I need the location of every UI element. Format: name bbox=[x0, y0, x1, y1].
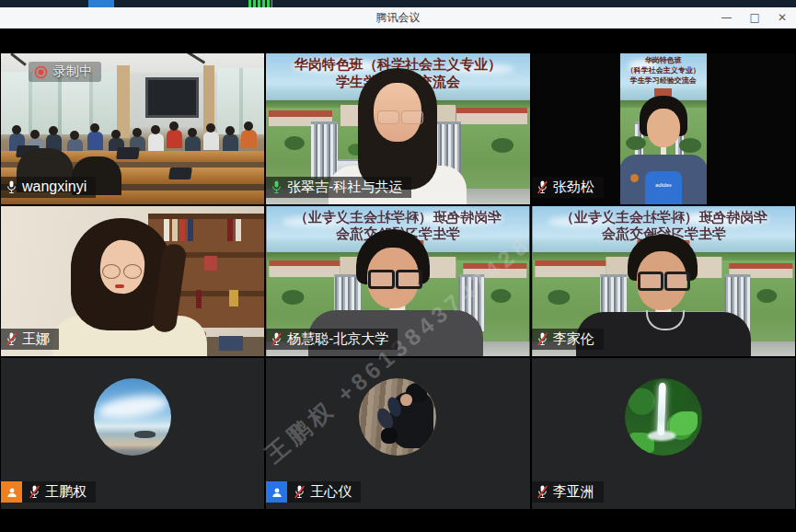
ceiling-light bbox=[187, 53, 205, 64]
participant-figure bbox=[32, 218, 225, 356]
student-figure bbox=[167, 130, 182, 148]
participant-name-label: 王娜 bbox=[1, 329, 59, 350]
participant-name: 李家伦 bbox=[553, 330, 594, 348]
participant-name-label: 张劲松 bbox=[532, 177, 604, 198]
avatar bbox=[625, 378, 702, 456]
mic-muted-icon bbox=[536, 179, 548, 195]
tree bbox=[491, 289, 512, 303]
laptop bbox=[168, 168, 192, 179]
participant-name-label: 王鹏权 bbox=[1, 481, 96, 503]
participant-name-label: wangxinyi bbox=[1, 177, 96, 198]
face bbox=[647, 109, 680, 147]
classroom-windows-right bbox=[217, 68, 265, 134]
participant-name-label: 李家伦 bbox=[532, 329, 604, 350]
participant-name-label: 王心仪 bbox=[266, 481, 361, 503]
student-figure bbox=[203, 132, 219, 150]
participant-name: 王心仪 bbox=[310, 483, 352, 501]
student-figure bbox=[87, 132, 103, 150]
waterfall bbox=[657, 382, 666, 434]
banner-line-2: （科学社会主义专业） bbox=[620, 66, 707, 76]
window-title: 腾讯会议 bbox=[0, 7, 796, 28]
taskbar-blue-fragment bbox=[88, 0, 114, 7]
meeting-banner: 华岗特色班 （科学社会主义专业） 学生学习经验交流会 bbox=[620, 56, 707, 86]
minimize-button[interactable]: — bbox=[721, 7, 733, 28]
video-tile-liyazhou[interactable]: 李亚洲 bbox=[532, 358, 795, 509]
mic-muted-icon bbox=[29, 484, 40, 500]
shelf-item bbox=[229, 290, 238, 306]
tree bbox=[756, 289, 777, 303]
participant-name-label: 杨慧聪-北京大学 bbox=[266, 329, 398, 350]
banner-line-1: 华岗特色班（科学社会主义专业） bbox=[266, 209, 529, 226]
book bbox=[236, 219, 241, 241]
tree bbox=[491, 138, 513, 153]
recording-label: 录制中 bbox=[53, 64, 92, 80]
laptop bbox=[116, 147, 140, 159]
portrait-video: 华岗特色班 （科学社会主义专业） 学生学习经验交流会 adidas bbox=[620, 53, 707, 204]
building-roof bbox=[269, 110, 332, 117]
participant-name: 李亚洲 bbox=[553, 483, 594, 501]
mic-muted-icon bbox=[6, 331, 17, 347]
banner-line-1: 华岗特色班 bbox=[620, 56, 707, 66]
video-grid: 录制中 wangxinyi bbox=[0, 29, 796, 532]
glasses bbox=[401, 110, 423, 124]
desktop-taskbar-strip bbox=[0, 0, 796, 7]
student-figure bbox=[223, 134, 238, 153]
banner-line-1: 华岗特色班（科学社会主义专业） bbox=[532, 209, 795, 226]
tree bbox=[283, 290, 305, 305]
shirt-brand-text: adidas bbox=[655, 182, 672, 188]
close-button[interactable]: ✕ bbox=[778, 7, 787, 28]
cohost-badge-icon bbox=[266, 481, 287, 503]
lips bbox=[115, 284, 124, 288]
tshirt: adidas bbox=[645, 171, 682, 204]
fern bbox=[670, 411, 698, 436]
taskbar-green-fragment bbox=[248, 0, 272, 7]
glasses bbox=[638, 272, 663, 291]
participant-figure: adidas bbox=[620, 96, 707, 204]
participant-name: wangxinyi bbox=[22, 179, 87, 195]
record-icon bbox=[34, 65, 48, 79]
maximize-button[interactable]: □ bbox=[750, 7, 760, 28]
participant-name: 王娜 bbox=[22, 330, 50, 348]
avatar bbox=[359, 378, 436, 456]
video-tile-wangna[interactable]: 王娜 bbox=[1, 206, 264, 357]
mic-speaking-icon bbox=[271, 179, 283, 195]
classroom-screen bbox=[145, 77, 198, 118]
ceiling-light bbox=[10, 53, 27, 66]
mic-muted-icon bbox=[536, 484, 548, 500]
video-tile-yanghuicong[interactable]: 华岗特色班（科学社会主义专业） 学生学习经验交流会 杨慧聪-北京大学 bbox=[266, 206, 529, 357]
waterfall-pool bbox=[648, 431, 675, 440]
video-tile-zhangcuiji[interactable]: 华岗特色班（科学社会主义专业） 学生学习经验交流会 张翠吉-科社与共运 bbox=[266, 53, 529, 204]
video-tile-lijialun[interactable]: 华岗特色班（科学社会主义专业） 学生学习经验交流会 李家伦 bbox=[532, 206, 795, 357]
participant-name: 王鹏权 bbox=[45, 483, 87, 501]
student-figure bbox=[241, 130, 257, 148]
host-badge-icon bbox=[1, 481, 22, 503]
video-tile-zhangjinsong[interactable]: 华岗特色班 （科学社会主义专业） 学生学习经验交流会 adidas 张劲松 bbox=[532, 53, 795, 204]
participant-name-label: 张翠吉-科社与共运 bbox=[266, 177, 411, 198]
participant-name-label: 李亚洲 bbox=[532, 481, 604, 503]
glasses bbox=[377, 110, 399, 124]
participant-name: 张翠吉-科社与共运 bbox=[287, 179, 402, 196]
jacket-crest bbox=[630, 174, 639, 182]
tree bbox=[548, 290, 570, 305]
glasses bbox=[396, 270, 422, 289]
recording-badge: 录制中 bbox=[29, 62, 101, 82]
mic-muted-icon bbox=[536, 331, 548, 347]
glasses bbox=[664, 272, 690, 291]
video-tile-wangxinyi[interactable]: 录制中 wangxinyi bbox=[1, 53, 264, 204]
glasses bbox=[368, 270, 395, 289]
glove bbox=[381, 428, 398, 444]
window-controls: — □ ✕ bbox=[721, 7, 787, 28]
banner-line-3: 学生学习经验交流会 bbox=[620, 76, 707, 87]
student-figure bbox=[148, 133, 164, 152]
video-tile-wangpengquan[interactable]: 王鹏权 bbox=[1, 358, 264, 509]
participant-name: 杨慧聪-北京大学 bbox=[287, 330, 388, 348]
book bbox=[227, 219, 233, 241]
classroom-pillar bbox=[117, 65, 130, 138]
participant-name: 张劲松 bbox=[553, 179, 594, 196]
tree bbox=[284, 136, 305, 150]
mic-muted-icon bbox=[294, 484, 306, 500]
avatar bbox=[94, 378, 171, 456]
mic-muted-icon bbox=[271, 331, 283, 347]
video-tile-wangxinyi2[interactable]: 王心仪 bbox=[266, 358, 529, 509]
mic-on-icon bbox=[6, 179, 17, 195]
